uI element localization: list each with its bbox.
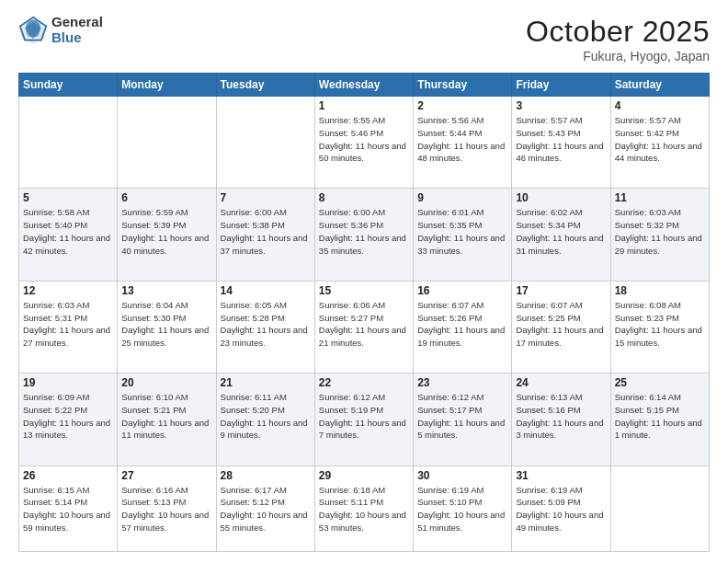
day-number: 17 xyxy=(516,284,606,297)
header-thursday: Thursday xyxy=(414,74,512,97)
day-number: 1 xyxy=(319,99,409,112)
day-number: 24 xyxy=(516,376,606,389)
day-number: 22 xyxy=(319,376,409,389)
day-number: 12 xyxy=(23,284,113,297)
day-number: 19 xyxy=(23,376,113,389)
day-number: 10 xyxy=(516,191,606,204)
day-number: 29 xyxy=(319,469,409,482)
logo-blue-label: Blue xyxy=(51,30,103,46)
table-row: 30Sunrise: 6:19 AM Sunset: 5:10 PM Dayli… xyxy=(414,465,512,551)
day-info: Sunrise: 6:16 AM Sunset: 5:13 PM Dayligh… xyxy=(121,484,211,534)
day-info: Sunrise: 6:05 AM Sunset: 5:28 PM Dayligh… xyxy=(221,299,311,350)
header-sunday: Sunday xyxy=(19,74,118,97)
day-info: Sunrise: 6:18 AM Sunset: 5:11 PM Dayligh… xyxy=(319,484,409,534)
day-info: Sunrise: 6:04 AM Sunset: 5:30 PM Dayligh… xyxy=(121,299,211,350)
day-info: Sunrise: 6:06 AM Sunset: 5:27 PM Dayligh… xyxy=(319,299,409,350)
day-info: Sunrise: 6:13 AM Sunset: 5:16 PM Dayligh… xyxy=(516,391,606,442)
day-info: Sunrise: 6:14 AM Sunset: 5:15 PM Dayligh… xyxy=(615,391,705,442)
table-row: 16Sunrise: 6:07 AM Sunset: 5:26 PM Dayli… xyxy=(414,281,512,373)
header: General Blue October 2025 Fukura, Hyogo,… xyxy=(18,15,710,63)
day-info: Sunrise: 5:56 AM Sunset: 5:44 PM Dayligh… xyxy=(417,114,507,165)
day-info: Sunrise: 6:15 AM Sunset: 5:14 PM Dayligh… xyxy=(23,484,113,534)
table-row: 11Sunrise: 6:03 AM Sunset: 5:32 PM Dayli… xyxy=(610,189,709,281)
table-row: 3Sunrise: 5:57 AM Sunset: 5:43 PM Daylig… xyxy=(512,97,610,189)
day-info: Sunrise: 6:08 AM Sunset: 5:23 PM Dayligh… xyxy=(615,299,705,350)
day-number: 27 xyxy=(121,469,211,482)
day-info: Sunrise: 6:12 AM Sunset: 5:17 PM Dayligh… xyxy=(417,391,507,442)
day-number: 20 xyxy=(121,376,211,389)
day-number: 13 xyxy=(121,284,211,297)
table-row: 24Sunrise: 6:13 AM Sunset: 5:16 PM Dayli… xyxy=(512,373,610,465)
day-number: 8 xyxy=(319,191,409,204)
calendar-week-row: 26Sunrise: 6:15 AM Sunset: 5:14 PM Dayli… xyxy=(19,465,710,551)
day-info: Sunrise: 6:10 AM Sunset: 5:21 PM Dayligh… xyxy=(121,391,211,442)
table-row: 26Sunrise: 6:15 AM Sunset: 5:14 PM Dayli… xyxy=(19,465,118,551)
table-row: 5Sunrise: 5:58 AM Sunset: 5:40 PM Daylig… xyxy=(19,189,118,281)
table-row: 7Sunrise: 6:00 AM Sunset: 5:38 PM Daylig… xyxy=(216,189,314,281)
table-row xyxy=(118,97,216,189)
table-row: 21Sunrise: 6:11 AM Sunset: 5:20 PM Dayli… xyxy=(216,373,314,465)
day-number: 21 xyxy=(221,376,311,389)
table-row: 23Sunrise: 6:12 AM Sunset: 5:17 PM Dayli… xyxy=(414,373,512,465)
day-info: Sunrise: 6:17 AM Sunset: 5:12 PM Dayligh… xyxy=(221,484,311,534)
day-info: Sunrise: 5:57 AM Sunset: 5:43 PM Dayligh… xyxy=(516,114,606,165)
day-info: Sunrise: 5:55 AM Sunset: 5:46 PM Dayligh… xyxy=(319,114,409,165)
day-number: 31 xyxy=(516,469,606,482)
day-number: 5 xyxy=(23,191,113,204)
day-number: 18 xyxy=(615,284,705,297)
table-row: 17Sunrise: 6:07 AM Sunset: 5:25 PM Dayli… xyxy=(512,281,610,373)
day-info: Sunrise: 6:07 AM Sunset: 5:25 PM Dayligh… xyxy=(516,299,606,350)
table-row: 22Sunrise: 6:12 AM Sunset: 5:19 PM Dayli… xyxy=(314,373,413,465)
header-friday: Friday xyxy=(512,74,610,97)
table-row: 18Sunrise: 6:08 AM Sunset: 5:23 PM Dayli… xyxy=(610,281,709,373)
day-info: Sunrise: 6:07 AM Sunset: 5:26 PM Dayligh… xyxy=(417,299,507,350)
day-info: Sunrise: 5:57 AM Sunset: 5:42 PM Dayligh… xyxy=(615,114,705,165)
day-info: Sunrise: 6:03 AM Sunset: 5:32 PM Dayligh… xyxy=(615,206,705,257)
day-number: 4 xyxy=(615,99,705,112)
header-monday: Monday xyxy=(118,74,216,97)
day-number: 28 xyxy=(221,469,311,482)
day-info: Sunrise: 6:19 AM Sunset: 5:09 PM Dayligh… xyxy=(516,484,606,534)
calendar-table: Sunday Monday Tuesday Wednesday Thursday… xyxy=(18,73,710,552)
calendar-week-row: 5Sunrise: 5:58 AM Sunset: 5:40 PM Daylig… xyxy=(19,189,710,281)
day-info: Sunrise: 6:11 AM Sunset: 5:20 PM Dayligh… xyxy=(221,391,311,442)
table-row: 6Sunrise: 5:59 AM Sunset: 5:39 PM Daylig… xyxy=(118,189,216,281)
header-tuesday: Tuesday xyxy=(216,74,314,97)
day-number: 15 xyxy=(319,284,409,297)
logo-text: General Blue xyxy=(51,15,103,45)
logo-general-label: General xyxy=(51,15,103,30)
day-number: 25 xyxy=(615,376,705,389)
table-row xyxy=(19,97,118,189)
table-row: 9Sunrise: 6:01 AM Sunset: 5:35 PM Daylig… xyxy=(414,189,512,281)
table-row xyxy=(216,97,314,189)
header-saturday: Saturday xyxy=(610,74,709,97)
table-row: 29Sunrise: 6:18 AM Sunset: 5:11 PM Dayli… xyxy=(314,465,413,551)
calendar-week-row: 1Sunrise: 5:55 AM Sunset: 5:46 PM Daylig… xyxy=(19,97,710,189)
day-number: 30 xyxy=(417,469,507,482)
table-row: 15Sunrise: 6:06 AM Sunset: 5:27 PM Dayli… xyxy=(314,281,413,373)
day-info: Sunrise: 6:19 AM Sunset: 5:10 PM Dayligh… xyxy=(417,484,507,534)
day-info: Sunrise: 6:03 AM Sunset: 5:31 PM Dayligh… xyxy=(23,299,113,350)
month-title: October 2025 xyxy=(526,15,710,49)
day-info: Sunrise: 6:01 AM Sunset: 5:35 PM Dayligh… xyxy=(417,206,507,257)
calendar-page: General Blue October 2025 Fukura, Hyogo,… xyxy=(0,0,728,563)
table-row: 19Sunrise: 6:09 AM Sunset: 5:22 PM Dayli… xyxy=(19,373,118,465)
table-row: 14Sunrise: 6:05 AM Sunset: 5:28 PM Dayli… xyxy=(216,281,314,373)
calendar-week-row: 12Sunrise: 6:03 AM Sunset: 5:31 PM Dayli… xyxy=(19,281,710,373)
title-block: October 2025 Fukura, Hyogo, Japan xyxy=(526,15,710,63)
day-info: Sunrise: 6:09 AM Sunset: 5:22 PM Dayligh… xyxy=(23,391,113,442)
table-row: 25Sunrise: 6:14 AM Sunset: 5:15 PM Dayli… xyxy=(610,373,709,465)
location: Fukura, Hyogo, Japan xyxy=(526,49,710,63)
header-wednesday: Wednesday xyxy=(314,74,413,97)
table-row: 4Sunrise: 5:57 AM Sunset: 5:42 PM Daylig… xyxy=(610,97,709,189)
table-row: 13Sunrise: 6:04 AM Sunset: 5:30 PM Dayli… xyxy=(118,281,216,373)
table-row: 20Sunrise: 6:10 AM Sunset: 5:21 PM Dayli… xyxy=(118,373,216,465)
day-info: Sunrise: 6:02 AM Sunset: 5:34 PM Dayligh… xyxy=(516,206,606,257)
table-row: 12Sunrise: 6:03 AM Sunset: 5:31 PM Dayli… xyxy=(19,281,118,373)
weekday-header-row: Sunday Monday Tuesday Wednesday Thursday… xyxy=(19,74,710,97)
day-info: Sunrise: 6:00 AM Sunset: 5:36 PM Dayligh… xyxy=(319,206,409,257)
day-info: Sunrise: 5:59 AM Sunset: 5:39 PM Dayligh… xyxy=(121,206,211,257)
day-number: 2 xyxy=(417,99,507,112)
logo: General Blue xyxy=(18,15,103,45)
day-info: Sunrise: 6:12 AM Sunset: 5:19 PM Dayligh… xyxy=(319,391,409,442)
